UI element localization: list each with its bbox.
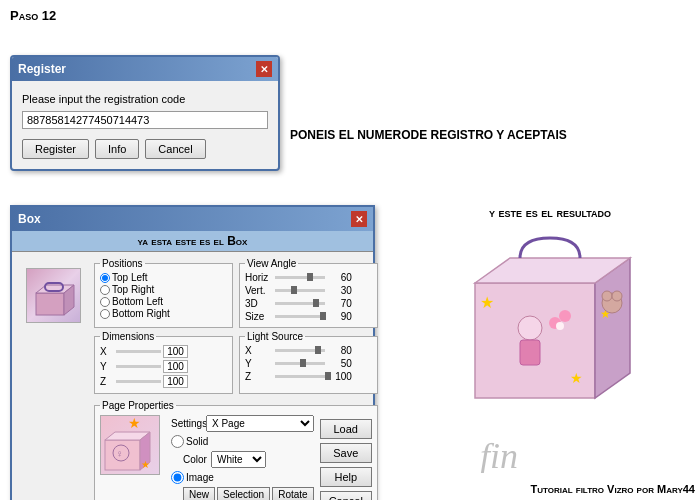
light-source-group: Light Source X 80 Y 50 Z 100	[239, 331, 378, 394]
view-angle-legend: View Angle	[245, 258, 298, 269]
dim-y-row: Y	[100, 360, 227, 373]
svg-point-23	[602, 291, 612, 301]
register-button[interactable]: Register	[22, 139, 89, 159]
dim-x-input[interactable]	[163, 345, 188, 358]
light-z-row: Z 100	[245, 371, 372, 382]
cancel-button[interactable]: Cancel	[145, 139, 205, 159]
controls-bottom: Dimensions X Y Z	[94, 331, 378, 394]
box-preview-image	[26, 268, 81, 323]
view-angle-group: View Angle Horiz 60 Vert. 30 3D 70	[239, 258, 378, 328]
light-y-row: Y 50	[245, 358, 372, 369]
box-title: Box	[18, 212, 41, 226]
light-y-value: 50	[327, 358, 352, 369]
size-value: 90	[327, 311, 352, 322]
dim-x-row: X	[100, 345, 227, 358]
light-source-legend: Light Source	[245, 331, 305, 342]
page-props-content: ♀ ★ ★ Settings X Page	[100, 415, 372, 500]
page-props-thumbnail: ♀ ★ ★	[100, 415, 160, 475]
result-title: y este es el resultado	[489, 205, 611, 220]
box-preview	[18, 258, 88, 500]
dimensions-group: Dimensions X Y Z	[94, 331, 233, 394]
position-top-right[interactable]: Top Right	[100, 284, 227, 295]
register-dialog: Register ✕ Please input the registration…	[10, 55, 280, 171]
step-header: Paso 12	[10, 8, 56, 23]
solid-radio-row[interactable]: Solid	[171, 435, 314, 448]
dim-z-slider[interactable]	[116, 380, 161, 383]
register-title: Register	[18, 62, 66, 76]
dimensions-legend: Dimensions	[100, 331, 156, 342]
size-row: Size 90	[245, 311, 372, 322]
light-y-slider[interactable]	[275, 362, 325, 365]
svg-text:★: ★	[141, 459, 150, 470]
page-props-right: Settings X Page Solid Color White	[171, 415, 314, 500]
load-button[interactable]: Load	[320, 419, 372, 439]
light-x-row: X 80	[245, 345, 372, 356]
color-select[interactable]: White	[211, 451, 266, 468]
positions-legend: Positions	[100, 258, 145, 269]
box-close-button[interactable]: ✕	[351, 211, 367, 227]
positions-group: Positions Top Left Top Right Bottom Left…	[94, 258, 233, 328]
instruction-text: Poneis el numerode registro y aceptais	[290, 128, 567, 142]
dim-y-slider[interactable]	[116, 365, 161, 368]
settings-select[interactable]: X Page	[206, 415, 314, 432]
page-props-left: ♀ ★ ★	[100, 415, 165, 500]
svg-text:★: ★	[480, 294, 494, 311]
vert-value: 30	[327, 285, 352, 296]
svg-point-20	[559, 310, 571, 322]
position-bottom-right[interactable]: Bottom Right	[100, 308, 227, 319]
box-content: Positions Top Left Top Right Bottom Left…	[12, 252, 373, 500]
dim-y-input[interactable]	[163, 360, 188, 373]
page-properties-group: Page Properties ♀ ★ ★	[94, 400, 378, 500]
3d-slider[interactable]	[275, 302, 325, 305]
position-top-left[interactable]: Top Left	[100, 272, 227, 283]
registration-code-input[interactable]	[22, 111, 268, 129]
dim-x-slider[interactable]	[116, 350, 161, 353]
svg-point-17	[518, 316, 542, 340]
register-label: Please input the registration code	[22, 93, 268, 105]
vert-row: Vert. 30	[245, 285, 372, 296]
light-x-slider[interactable]	[275, 349, 325, 352]
help-button[interactable]: Help	[320, 467, 372, 487]
svg-text:★: ★	[570, 370, 583, 386]
image-buttons: New Selection Rotate	[183, 487, 314, 500]
box-titlebar: Box ✕	[12, 207, 373, 231]
dim-z-row: Z	[100, 375, 227, 388]
box-dialog: Box ✕ ya esta este es el Box Positions	[10, 205, 375, 500]
rotate-button[interactable]: Rotate	[272, 487, 313, 500]
fin-text-svg: fin	[480, 433, 560, 473]
svg-rect-0	[36, 293, 64, 315]
horiz-slider[interactable]	[275, 276, 325, 279]
size-slider[interactable]	[275, 315, 325, 318]
register-buttons: Register Info Cancel	[22, 139, 268, 159]
tutorial-text: Tutorial filtro Vizro por Mary44	[531, 483, 695, 495]
box-controls: Positions Top Left Top Right Bottom Left…	[94, 258, 378, 500]
selection-button[interactable]: Selection	[217, 487, 270, 500]
vert-slider[interactable]	[275, 289, 325, 292]
register-body: Please input the registration code Regis…	[12, 81, 278, 169]
box-action-buttons: Load Save Help Cancel OK	[320, 415, 372, 500]
settings-row: Settings X Page	[171, 415, 314, 432]
new-button[interactable]: New	[183, 487, 215, 500]
horiz-row: Horiz 60	[245, 272, 372, 283]
color-row: Color White	[183, 451, 314, 468]
fin-watermark: fin	[480, 433, 560, 480]
image-radio-row[interactable]: Image	[171, 471, 314, 484]
svg-text:★: ★	[128, 418, 141, 431]
box-cancel-button[interactable]: Cancel	[320, 491, 372, 500]
3d-value: 70	[327, 298, 352, 309]
light-z-slider[interactable]	[275, 375, 325, 378]
result-box-svg: ★ ★ ★	[460, 228, 640, 403]
dim-z-input[interactable]	[163, 375, 188, 388]
svg-text:fin: fin	[480, 436, 518, 473]
light-x-value: 80	[327, 345, 352, 356]
svg-point-21	[556, 322, 564, 330]
result-image: ★ ★ ★	[460, 228, 640, 408]
save-button[interactable]: Save	[320, 443, 372, 463]
horiz-value: 60	[327, 272, 352, 283]
svg-rect-18	[520, 340, 540, 365]
position-bottom-left[interactable]: Bottom Left	[100, 296, 227, 307]
box-subtitle: ya esta este es el Box	[12, 231, 373, 252]
3d-row: 3D 70	[245, 298, 372, 309]
register-close-button[interactable]: ✕	[256, 61, 272, 77]
info-button[interactable]: Info	[95, 139, 139, 159]
